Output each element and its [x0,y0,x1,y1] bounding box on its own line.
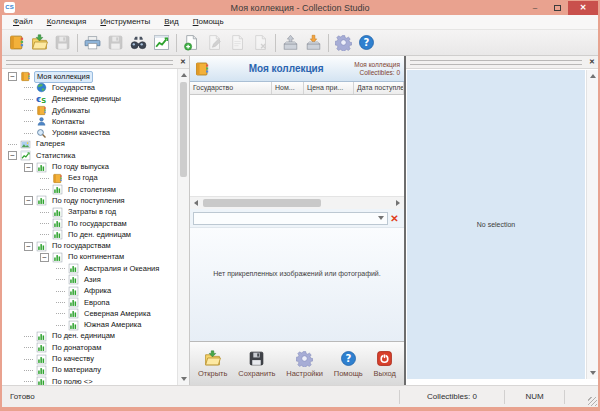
toolbar-save-button [51,32,74,54]
tree-item[interactable]: Южная Америка [2,320,177,331]
toolbar-collection-button[interactable] [5,32,28,54]
tree-connector [24,110,33,111]
bars-icon [52,218,63,229]
tree-item[interactable]: По донаторам [2,342,177,353]
drag-grip[interactable] [6,60,173,65]
scroll-up-icon[interactable] [587,70,598,82]
resize-grip[interactable] [588,397,597,406]
drag-grip[interactable] [410,60,582,65]
tree-item[interactable]: По материалу [2,365,177,376]
minimize-button[interactable]: – [524,1,546,15]
tree-item[interactable]: Затраты в год [2,207,177,218]
tree-item[interactable]: €SДенежные единицы [2,94,177,105]
tree-connector [24,359,33,360]
expand-toggle[interactable]: − [40,253,49,262]
expand-toggle[interactable]: − [8,151,17,160]
tree-item-label: Австралия и Океания [82,264,161,274]
toolbar-statistics-button[interactable] [150,32,173,54]
hscroll-thumb[interactable] [203,199,321,207]
book-icon [36,105,47,116]
floppy-icon [107,34,124,51]
tree-connector [56,268,65,269]
menu-tools[interactable]: Инструменты [93,15,157,29]
tree-item[interactable]: Уровни качества [2,127,177,138]
toolbar-import-button[interactable] [302,32,325,54]
open-button[interactable]: Открыть [198,350,227,378]
toolbar-settings-button[interactable] [332,32,355,54]
close-button[interactable]: ✕ [568,1,598,15]
column-header[interactable]: Ном... [272,82,304,94]
column-header[interactable]: Дата поступления [354,82,404,94]
tree-connector [24,336,33,337]
tree-item[interactable]: По качеству [2,353,177,364]
scroll-thumb[interactable] [180,82,187,177]
toolbar-export-button[interactable] [279,32,302,54]
expand-toggle[interactable]: − [24,242,33,251]
maximize-button[interactable] [546,1,568,15]
toolbar-open-button[interactable] [28,32,51,54]
tree-item-label: Северная Америка [82,309,153,319]
tree-item[interactable]: Без года [2,173,177,184]
tree-item[interactable]: По полю <> [2,376,177,385]
tree-item[interactable]: −Статистика [2,150,177,161]
settings-button[interactable]: Настройки [286,350,323,378]
close-panel-icon[interactable]: ✕ [586,56,598,68]
scroll-up-icon[interactable] [178,69,189,81]
printer-icon [84,34,101,51]
column-header[interactable]: Цена при... [304,82,354,94]
tree-item[interactable]: −По государствам [2,240,177,251]
exit-button[interactable]: Выход [374,350,396,378]
detail-scrollbar[interactable] [586,70,598,379]
save-button[interactable]: Сохранить [238,350,275,378]
tree-item-label: Галерея [34,139,67,149]
tree-scrollbar[interactable] [177,69,189,385]
tree-item[interactable]: По государствам [2,218,177,229]
scroll-right-icon[interactable] [392,197,404,209]
close-panel-icon[interactable]: ✕ [177,56,189,68]
tree-item[interactable]: Европа [2,297,177,308]
tree-item[interactable]: −Моя коллекция [2,71,177,82]
tree-item[interactable]: Северная Америка [2,308,177,319]
menu-help[interactable]: Помощь [186,15,231,29]
tree-item[interactable]: Контакты [2,116,177,127]
tree-item[interactable]: Государства [2,82,177,93]
tree-item[interactable]: −По континентам [2,252,177,263]
tree-item[interactable]: Африка [2,286,177,297]
tree-item[interactable]: Галерея [2,139,177,150]
gear-icon [335,34,352,51]
menu-collection[interactable]: Коллекция [40,15,94,29]
tree-item[interactable]: −По году поступления [2,195,177,206]
toolbar-find-button[interactable] [127,32,150,54]
detail-panel-header[interactable]: ✕ [406,56,598,69]
image-combobox[interactable] [193,212,388,225]
expand-toggle[interactable]: − [24,196,33,205]
toolbar-help-button[interactable]: ? [355,32,378,54]
tree-item[interactable]: По столетиям [2,184,177,195]
menu-view[interactable]: Вид [157,15,185,29]
scroll-left-icon[interactable] [190,197,202,209]
toolbar-print-button[interactable] [81,32,104,54]
no-images-message: Нет прикрепленных изображений или фотогр… [190,228,404,277]
scroll-down-icon[interactable] [587,367,598,379]
tree-item-label: Африка [82,286,113,296]
tree-item-label: Денежные единицы [50,94,123,104]
menu-file[interactable]: Файл [6,15,40,29]
remove-image-button[interactable]: ✕ [388,212,401,225]
column-header[interactable]: Государство [190,82,272,94]
help-button[interactable]: ?Помощь [334,350,363,378]
tree-item[interactable]: Азия [2,274,177,285]
expand-toggle[interactable]: − [8,72,17,81]
tree-item[interactable]: Дубликаты [2,105,177,116]
tree-connector [56,302,65,303]
tree-item[interactable]: −По году выпуска [2,161,177,172]
binoculars-icon [130,34,147,51]
scroll-down-icon[interactable] [178,373,189,385]
tree-item[interactable]: По ден. единицам [2,331,177,342]
tree-panel-header[interactable]: ✕ [2,56,189,69]
tree-item[interactable]: По ден. единицам [2,229,177,240]
tree-item[interactable]: Австралия и Океания [2,263,177,274]
toolbar-new-item-button[interactable] [180,32,203,54]
table-hscrollbar[interactable] [190,197,404,209]
expand-toggle[interactable]: − [24,163,33,172]
items-table-body[interactable] [190,95,404,197]
